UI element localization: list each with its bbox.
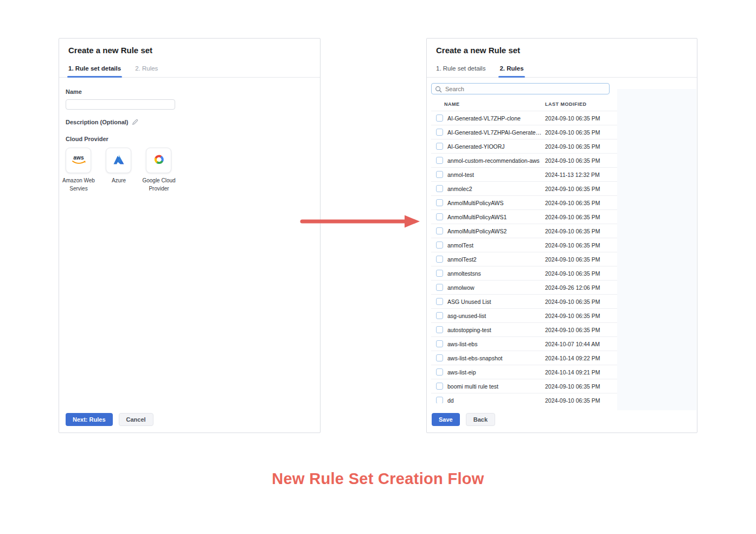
row-checkbox[interactable] — [436, 298, 443, 305]
row-checkbox[interactable] — [436, 157, 443, 164]
rule-last-modified: 2024-09-10 06:35 PM — [545, 228, 600, 234]
rule-name: anmolTest — [447, 242, 544, 249]
row-checkbox[interactable] — [436, 213, 443, 220]
rule-name: aws-list-eip — [447, 369, 544, 376]
rule-name: asg-unused-list — [447, 313, 544, 319]
rules-preview-panel — [617, 89, 696, 410]
back-button[interactable]: Back — [466, 413, 495, 426]
edit-pencil-icon[interactable] — [132, 119, 138, 125]
rule-last-modified: 2024-09-10 06:35 PM — [545, 270, 600, 277]
row-checkbox[interactable] — [436, 284, 443, 291]
rule-name: ASG Unused List — [447, 298, 544, 305]
row-checkbox[interactable] — [436, 227, 443, 234]
rule-name: AnmolMultiPolicyAWS — [447, 200, 544, 206]
row-checkbox[interactable] — [436, 312, 443, 319]
rule-last-modified: 2024-09-10 06:35 PM — [545, 242, 600, 249]
rule-name: aws-list-ebs — [447, 341, 544, 347]
dialog-title: Create a new Rule set — [427, 39, 697, 57]
column-header-name: NAME — [444, 101, 545, 107]
tab-bar: 1. Rule set details 2. Rules — [427, 61, 697, 78]
rule-name: boomi multi rule test — [447, 383, 544, 390]
rule-last-modified: 2024-09-10 06:35 PM — [545, 214, 600, 220]
cloud-provider-options: aws Amazon Web Servies — [66, 148, 313, 193]
row-checkbox[interactable] — [436, 256, 443, 263]
flow-caption: New Rule Set Creation Flow — [0, 470, 756, 488]
row-checkbox[interactable] — [436, 340, 443, 347]
row-checkbox[interactable] — [436, 326, 443, 333]
cloud-provider-label: Cloud Provider — [66, 136, 313, 142]
azure-icon — [112, 154, 125, 168]
tab-rules[interactable]: 2. Rules — [499, 61, 523, 77]
row-checkbox[interactable] — [436, 185, 443, 192]
create-rule-set-dialog-step2: Create a new Rule set 1. Rule set detail… — [426, 38, 697, 433]
cancel-button[interactable]: Cancel — [119, 413, 153, 426]
create-rule-set-dialog-step1: Create a new Rule set 1. Rule set detail… — [59, 38, 321, 433]
rule-last-modified: 2024-09-10 06:35 PM — [545, 256, 600, 263]
row-checkbox[interactable] — [436, 115, 443, 122]
dialog-footer: Save Back — [432, 413, 495, 426]
dialog-title: Create a new Rule set — [59, 39, 320, 57]
rule-name: AI-Generated-VL7ZHP-clone — [447, 115, 544, 122]
rule-last-modified: 2024-09-10 06:35 PM — [545, 298, 600, 305]
provider-option-gcp[interactable]: Google Cloud Provider — [146, 148, 172, 193]
rule-name: anmol-custom-recommendation-aws — [447, 157, 544, 164]
rule-name: anmolec2 — [447, 186, 544, 192]
row-checkbox[interactable] — [436, 368, 443, 376]
provider-option-aws[interactable]: aws Amazon Web Servies — [66, 148, 92, 193]
provider-label-gcp: Google Cloud Provider — [136, 177, 182, 193]
flow-arrow — [299, 213, 422, 232]
column-header-last-modified: LAST MODIFIED — [545, 101, 587, 107]
rule-last-modified: 2024-09-10 06:35 PM — [545, 397, 600, 404]
tab-rule-set-details[interactable]: 1. Rule set details — [436, 61, 485, 77]
row-checkbox[interactable] — [436, 270, 443, 277]
aws-card[interactable]: aws — [66, 148, 91, 173]
rule-last-modified: 2024-10-14 09:21 PM — [545, 369, 600, 376]
rule-last-modified: 2024-09-10 06:35 PM — [545, 143, 600, 150]
dialog-body: Name Description (Optional) Cloud Provid… — [59, 78, 320, 193]
search-icon — [435, 85, 442, 95]
rule-name: AI-Generated-VL7ZHPAI-Generated-VL7ZHPAI… — [447, 129, 544, 136]
rule-name: dd — [447, 397, 544, 404]
rule-last-modified: 2024-09-26 12:06 PM — [545, 284, 600, 291]
rule-name: aws-list-ebs-snapshot — [447, 355, 544, 361]
row-checkbox[interactable] — [436, 397, 443, 403]
row-checkbox[interactable] — [436, 354, 443, 361]
row-checkbox[interactable] — [436, 241, 443, 249]
rule-last-modified: 2024-09-10 06:35 PM — [545, 383, 600, 390]
next-rules-button[interactable]: Next: Rules — [66, 413, 113, 426]
rule-last-modified: 2024-09-10 06:35 PM — [545, 186, 600, 192]
row-checkbox[interactable] — [436, 129, 443, 136]
rule-name: anmolwow — [447, 284, 544, 291]
rule-last-modified: 2024-09-10 06:35 PM — [545, 115, 600, 122]
provider-label-azure: Azure — [96, 177, 142, 185]
row-checkbox[interactable] — [436, 383, 443, 390]
rule-last-modified: 2024-09-10 06:35 PM — [545, 129, 600, 136]
description-label: Description (Optional) — [66, 119, 129, 125]
svg-text:aws: aws — [73, 155, 84, 161]
tab-bar: 1. Rule set details 2. Rules — [59, 61, 320, 78]
provider-option-azure[interactable]: Azure — [106, 148, 132, 193]
provider-label-aws: Amazon Web Servies — [56, 177, 101, 193]
name-label: Name — [66, 88, 313, 95]
gcp-card[interactable] — [146, 148, 171, 173]
name-input[interactable] — [66, 99, 175, 110]
tab-rule-set-details[interactable]: 1. Rule set details — [68, 61, 121, 77]
save-button[interactable]: Save — [432, 413, 460, 426]
rule-name: AnmolMultiPolicyAWS1 — [447, 214, 544, 220]
rule-last-modified: 2024-09-10 06:35 PM — [545, 200, 600, 206]
search-input[interactable] — [431, 83, 610, 94]
dialog-footer: Next: Rules Cancel — [66, 413, 153, 426]
azure-card[interactable] — [106, 148, 131, 173]
rule-name: anmolTest2 — [447, 256, 544, 263]
aws-icon: aws — [69, 153, 88, 168]
tab-rules[interactable]: 2. Rules — [135, 61, 158, 77]
rule-name: anmoltestsns — [447, 270, 544, 277]
rule-name: AI-Generated-YIOORJ — [447, 143, 544, 150]
row-checkbox[interactable] — [436, 143, 443, 150]
rule-name: AnmolMultiPolicyAWS2 — [447, 228, 544, 234]
row-checkbox[interactable] — [436, 171, 443, 178]
rule-last-modified: 2024-09-10 06:35 PM — [545, 327, 600, 333]
rule-last-modified: 2024-09-10 06:35 PM — [545, 313, 600, 319]
row-checkbox[interactable] — [436, 199, 443, 206]
rule-last-modified: 2024-11-13 12:32 PM — [545, 171, 600, 178]
